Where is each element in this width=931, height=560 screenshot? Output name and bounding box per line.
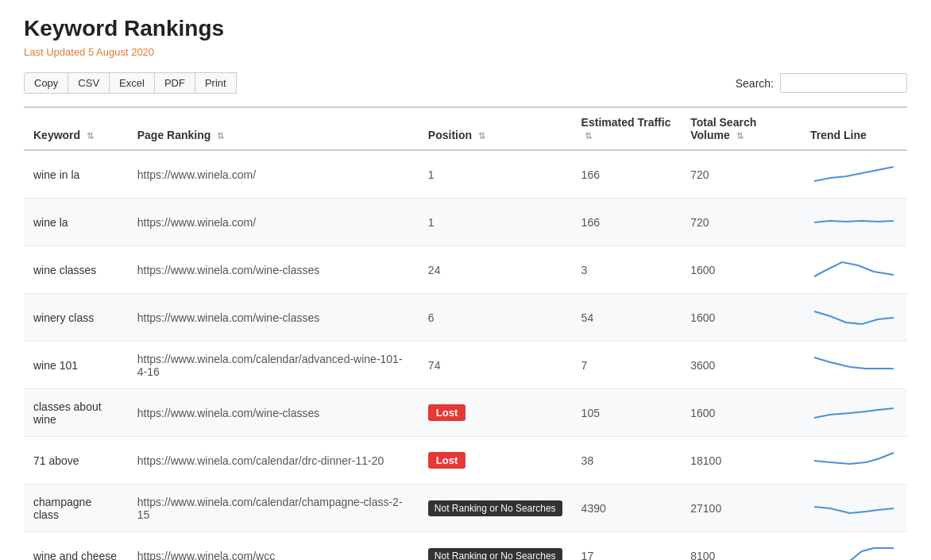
estimated-traffic-cell: 4390 [572,485,682,532]
position-cell: 74 [419,342,572,389]
sort-icon-keyword: ⇅ [87,131,94,141]
trend-line-cell [801,150,907,199]
position-cell: Lost [419,389,572,437]
sort-icon-total-search-volume: ⇅ [736,131,744,141]
keyword-cell: 71 above [24,437,128,485]
page-ranking-cell: https://www.winela.com/ [128,150,419,199]
col-trend-line: Trend Line [801,107,907,150]
page-ranking-cell: https://www.winela.com/wine-classes [128,294,419,342]
trend-line-cell [801,342,907,389]
estimated-traffic-cell: 17 [572,532,682,561]
col-keyword[interactable]: Keyword ⇅ [24,107,128,150]
position-cell: Not Ranking or No Searches [419,532,572,561]
trend-line-cell [801,437,907,485]
position-cell: 6 [419,294,572,342]
estimated-traffic-cell: 7 [572,342,682,389]
toolbar: Copy CSV Excel PDF Print Search: [24,72,907,94]
estimated-traffic-cell: 3 [572,246,682,294]
copy-button[interactable]: Copy [24,72,68,94]
keyword-cell: classes about wine [24,389,128,437]
page-ranking-cell: https://www.winela.com/wine-classes [128,246,419,294]
keyword-cell: wine in la [24,150,128,199]
table-header-row: Keyword ⇅ Page Ranking ⇅ Position ⇅ Esti… [24,107,907,150]
not-ranking-badge: Not Ranking or No Searches [428,500,562,516]
page-ranking-cell: https://www.winela.com/calendar/advanced… [128,342,419,389]
pdf-button[interactable]: PDF [154,72,195,94]
table-row: wine and cheesehttps://www.winela.com/wc… [24,532,907,561]
not-ranking-badge: Not Ranking or No Searches [428,548,562,561]
estimated-traffic-cell: 105 [572,389,682,437]
lost-badge: Lost [428,452,466,469]
last-updated: Last Updated 5 August 2020 [24,46,907,58]
total-search-volume-cell: 18100 [681,437,801,485]
csv-button[interactable]: CSV [68,72,110,94]
trend-line-cell [801,294,907,342]
search-label: Search: [736,77,774,90]
keyword-cell: wine la [24,199,128,246]
trend-line-cell [801,532,907,561]
estimated-traffic-cell: 38 [572,437,682,485]
lost-badge: Lost [428,404,466,421]
table-row: classes about winehttps://www.winela.com… [24,389,907,437]
page-ranking-cell: https://www.winela.com/ [128,199,419,246]
page-ranking-cell: https://www.winela.com/calendar/champagn… [128,485,419,532]
table-row: winery classhttps://www.winela.com/wine-… [24,294,907,342]
keyword-rankings-table: Keyword ⇅ Page Ranking ⇅ Position ⇅ Esti… [24,106,907,560]
col-estimated-traffic[interactable]: Estimated Traffic ⇅ [572,107,682,150]
keyword-cell: wine and cheese [24,532,128,561]
page-title: Keyword Rankings [24,16,907,41]
search-input[interactable] [780,73,907,93]
print-button[interactable]: Print [195,72,237,94]
estimated-traffic-cell: 54 [572,294,682,342]
keyword-cell: champagne class [24,485,128,532]
table-row: wine 101https://www.winela.com/calendar/… [24,342,907,389]
table-row: wine classeshttps://www.winela.com/wine-… [24,246,907,294]
page-ranking-cell: https://www.winela.com/calendar/drc-dinn… [128,437,419,485]
page-ranking-cell: https://www.winela.com/wine-classes [128,389,419,437]
position-cell: Not Ranking or No Searches [419,485,572,532]
col-total-search-volume[interactable]: Total Search Volume ⇅ [681,107,801,150]
table-row: 71 abovehttps://www.winela.com/calendar/… [24,437,907,485]
keyword-cell: wine 101 [24,342,128,389]
page-ranking-cell: https://www.winela.com/wcc [128,532,419,561]
total-search-volume-cell: 3600 [681,342,801,389]
sort-icon-position: ⇅ [478,131,485,141]
excel-button[interactable]: Excel [109,72,155,94]
table-row: champagne classhttps://www.winela.com/ca… [24,485,907,532]
estimated-traffic-cell: 166 [572,199,682,246]
total-search-volume-cell: 27100 [681,485,801,532]
keyword-cell: winery class [24,294,128,342]
total-search-volume-cell: 1600 [681,246,801,294]
trend-line-cell [801,246,907,294]
col-page-ranking[interactable]: Page Ranking ⇅ [128,107,419,150]
position-cell: 1 [419,199,572,246]
trend-line-cell [801,389,907,437]
total-search-volume-cell: 1600 [681,389,801,437]
position-cell: 24 [419,246,572,294]
trend-line-cell [801,199,907,246]
total-search-volume-cell: 8100 [681,532,801,561]
total-search-volume-cell: 720 [681,150,801,199]
trend-line-cell [801,485,907,532]
table-row: wine lahttps://www.winela.com/1166720 [24,199,907,246]
col-position[interactable]: Position ⇅ [419,107,572,150]
total-search-volume-cell: 720 [681,199,801,246]
estimated-traffic-cell: 166 [572,150,682,199]
sort-icon-page-ranking: ⇅ [217,131,224,141]
position-cell: Lost [419,437,572,485]
total-search-volume-cell: 1600 [681,294,801,342]
table-row: wine in lahttps://www.winela.com/1166720 [24,150,907,199]
search-area: Search: [736,73,907,93]
sort-icon-estimated-traffic: ⇅ [585,131,592,141]
position-cell: 1 [419,150,572,199]
keyword-cell: wine classes [24,246,128,294]
